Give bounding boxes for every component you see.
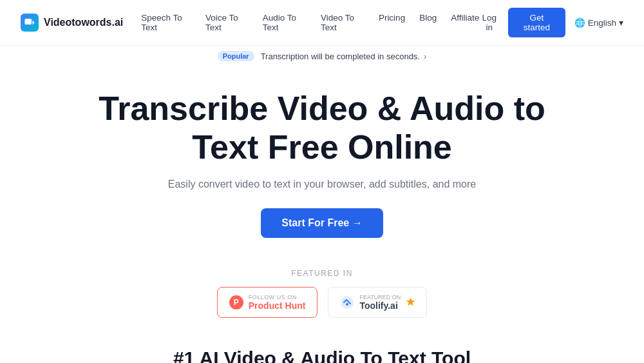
hero-section: Transcribe Video & Audio to Text Free On… [0, 66, 644, 251]
nav-speech-to-text[interactable]: Speech To Text [141, 13, 191, 32]
logo-icon [21, 14, 39, 32]
start-free-button[interactable]: Start For Free → [261, 208, 383, 238]
navbar-left: Videotowords.ai Speech To Text Voice To … [21, 13, 479, 32]
globe-icon: 🌐 [574, 17, 585, 28]
ai-section-title: #1 AI Video & Audio To Text Tool [173, 348, 471, 363]
svg-marker-1 [33, 20, 35, 25]
toolify-icon [340, 295, 354, 309]
nav-audio-to-text[interactable]: Audio To Text [263, 13, 307, 32]
producthunt-icon: P [229, 295, 243, 309]
announcement-bar: Popular Transcription will be completed … [0, 46, 644, 66]
ai-features-section: #1 AI Video & Audio To Text Tool 99.9% A… [0, 324, 644, 363]
popular-badge: Popular [218, 51, 254, 61]
toolify-text-block: FEATURED ON Toolify.ai [359, 294, 401, 311]
language-selector[interactable]: 🌐 English ▾ [574, 17, 623, 28]
toolify-featured-text: FEATURED ON [359, 294, 401, 300]
featured-label: FEATURED IN [291, 269, 353, 278]
nav-video-to-text[interactable]: Video To Text [321, 13, 365, 32]
chevron-down-icon: ▾ [619, 17, 623, 28]
star-icon: ★ [406, 296, 415, 308]
svg-point-3 [346, 303, 348, 306]
featured-section: FEATURED IN P FOLLOW US ON Product Hunt … [0, 251, 644, 324]
logo[interactable]: Videotowords.ai [21, 14, 123, 32]
producthunt-text: FOLLOW US ON Product Hunt [249, 294, 306, 311]
nav-affiliate[interactable]: Affiliate [451, 13, 479, 32]
logo-text: Videotowords.ai [44, 17, 123, 28]
toolify-badge[interactable]: FEATURED ON Toolify.ai ★ [328, 287, 427, 318]
announcement-arrow: › [424, 52, 426, 61]
nav-pricing[interactable]: Pricing [379, 13, 405, 32]
navbar: Videotowords.ai Speech To Text Voice To … [0, 0, 644, 46]
navbar-right: Log in Get started 🌐 English ▾ [479, 8, 623, 37]
hero-subtitle: Easily convert video to text in your bro… [168, 179, 476, 190]
nav-links: Speech To Text Voice To Text Audio To Te… [141, 13, 479, 32]
ph-name: Product Hunt [249, 300, 306, 311]
featured-logos: P FOLLOW US ON Product Hunt FEATURED ON … [217, 287, 428, 318]
ph-follow-text: FOLLOW US ON [249, 294, 306, 300]
toolify-name: Toolify.ai [359, 300, 401, 311]
hero-title: Transcribe Video & Audio to Text Free On… [97, 90, 547, 167]
login-button[interactable]: Log in [479, 13, 499, 32]
svg-point-2 [341, 296, 354, 309]
producthunt-badge[interactable]: P FOLLOW US ON Product Hunt [217, 287, 318, 318]
logo-svg [24, 17, 35, 28]
get-started-button[interactable]: Get started [508, 8, 565, 37]
announcement-text: Transcription will be completed in secon… [261, 52, 420, 61]
language-label: English [588, 18, 616, 28]
nav-blog[interactable]: Blog [419, 13, 437, 32]
svg-rect-0 [25, 19, 32, 25]
nav-voice-to-text[interactable]: Voice To Text [205, 13, 249, 32]
